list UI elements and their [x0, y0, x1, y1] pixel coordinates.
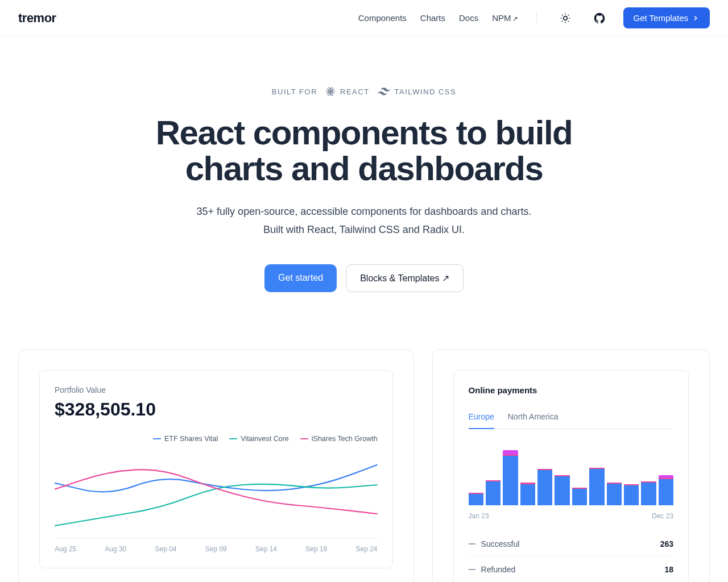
nav-docs[interactable]: Docs [459, 13, 478, 23]
logo[interactable]: tremor [18, 11, 56, 26]
svg-point-1 [330, 91, 332, 93]
portfolio-card-inner: Portfolio Value $328,505.10 ETF Shares V… [39, 370, 393, 568]
payments-range-start: Jan 23 [469, 512, 489, 520]
github-link[interactable] [589, 8, 610, 28]
stat-dash-icon [469, 543, 475, 544]
blocks-templates-button[interactable]: Blocks & Templates ↗ [346, 264, 464, 292]
hero-title: React components to build charts and das… [108, 115, 620, 186]
tech-react: REACT [325, 86, 370, 97]
tab-north-america[interactable]: North America [508, 406, 559, 429]
xtick: Sep 19 [305, 545, 327, 553]
stat-successful-label: Successful [481, 539, 520, 548]
nav-npm-label: NPM [492, 13, 511, 23]
xtick: Sep 04 [155, 545, 177, 553]
built-for-row: BUILT FOR REACT TAILWIND CSS [0, 86, 728, 97]
stat-refunded-value: 18 [664, 565, 673, 574]
bar-col [624, 448, 639, 505]
legend-vita: Vitainvest Core [229, 435, 289, 443]
stat-refunded: Refunded 18 [469, 557, 673, 582]
stat-refunded-label: Refunded [481, 565, 516, 574]
xtick: Aug 25 [55, 545, 76, 553]
payments-card: Online payments Europe North America Jan… [432, 349, 710, 582]
bar-col [503, 448, 518, 505]
nav-divider [536, 11, 537, 25]
chevron-right-icon [692, 14, 700, 22]
payments-title: Online payments [469, 385, 673, 395]
legend-etf: ETF Shares Vital [153, 435, 218, 443]
theme-toggle[interactable] [555, 8, 576, 28]
get-started-button[interactable]: Get started [264, 264, 337, 292]
tailwind-icon [378, 88, 390, 95]
tech-tailwind-label: TAILWIND CSS [395, 88, 457, 96]
portfolio-value: $328,505.10 [55, 399, 378, 420]
bar-col [520, 448, 535, 505]
portfolio-label: Portfolio Value [55, 385, 378, 394]
get-templates-button[interactable]: Get Templates [623, 7, 710, 28]
stat-successful: Successful 263 [469, 531, 673, 557]
payments-tabs: Europe North America [469, 406, 673, 429]
payments-card-inner: Online payments Europe North America Jan… [453, 370, 689, 582]
hero-sub2: Built with React, Tailwind CSS and Radix… [0, 221, 728, 239]
payments-stats: Successful 263 Refunded 18 Fraudulent 9 [469, 531, 673, 582]
payments-bars [469, 448, 673, 505]
portfolio-xticks: Aug 25Aug 30Sep 04Sep 09Sep 14Sep 19Sep … [55, 545, 378, 553]
cta-row: Get started Blocks & Templates ↗ [0, 264, 728, 292]
bar-col [486, 448, 500, 505]
built-for-label: BUILT FOR [272, 88, 317, 96]
bar-col [659, 448, 673, 505]
legend-dash-icon [300, 438, 308, 440]
stat-left: Refunded [469, 565, 516, 574]
nav-npm[interactable]: NPM↗ [492, 13, 518, 23]
payments-range-end: Dec 23 [652, 512, 673, 520]
bar-col [537, 448, 552, 505]
stat-successful-value: 263 [660, 539, 673, 548]
tech-react-label: REACT [340, 88, 370, 96]
react-icon [325, 86, 336, 97]
legend-dash-icon [153, 438, 161, 440]
get-templates-label: Get Templates [634, 13, 688, 23]
bar-col [572, 448, 587, 505]
legend-vita-label: Vitainvest Core [241, 435, 289, 443]
portfolio-line-chart [55, 448, 378, 539]
tab-europe[interactable]: Europe [469, 406, 494, 429]
sun-icon [560, 13, 571, 24]
bar-col [641, 448, 656, 505]
hero: BUILT FOR REACT TAILWIND CSS React compo… [0, 36, 728, 315]
payments-bar-chart: Jan 23 Dec 23 [469, 448, 673, 520]
xtick: Aug 30 [105, 545, 126, 553]
stat-dash-icon [469, 569, 475, 570]
nav: Components Charts Docs NPM↗ Get Template… [358, 7, 710, 28]
header: tremor Components Charts Docs NPM↗ Get T… [0, 0, 728, 36]
stat-left: Successful [469, 539, 520, 548]
bar-col [469, 448, 483, 505]
legend-ishares-label: iShares Tech Growth [312, 435, 378, 443]
legend-etf-label: ETF Shares Vital [164, 435, 218, 443]
github-icon [593, 12, 606, 24]
hero-sub1: 35+ fully open-source, accessible compon… [0, 202, 728, 221]
line-chart-svg [55, 448, 378, 539]
legend-dash-icon [229, 438, 237, 440]
tech-tailwind: TAILWIND CSS [378, 88, 457, 96]
xtick: Sep 09 [205, 545, 227, 553]
external-link-icon: ↗ [512, 15, 518, 23]
cards-row: Portfolio Value $328,505.10 ETF Shares V… [0, 315, 728, 582]
svg-point-0 [563, 16, 567, 20]
legend-ishares: iShares Tech Growth [300, 435, 378, 443]
bar-col [589, 448, 604, 505]
portfolio-card: Portfolio Value $328,505.10 ETF Shares V… [18, 349, 414, 582]
bar-col [607, 448, 622, 505]
xtick: Sep 24 [356, 545, 378, 553]
portfolio-legend: ETF Shares Vital Vitainvest Core iShares… [55, 435, 378, 443]
xtick: Sep 14 [255, 545, 277, 553]
nav-charts[interactable]: Charts [420, 13, 445, 23]
nav-components[interactable]: Components [358, 13, 407, 23]
bar-col [555, 448, 569, 505]
payments-bars-labels: Jan 23 Dec 23 [469, 512, 673, 520]
